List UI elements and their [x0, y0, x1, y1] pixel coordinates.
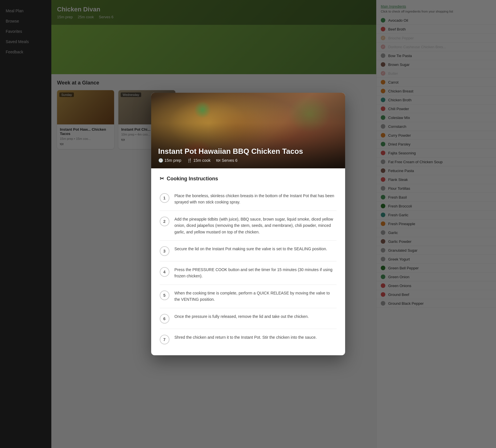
modal-recipe-meta: 🕐 15m prep 🍴 15m cook 🍽 Serves 6	[158, 158, 338, 163]
step-number: 2	[160, 217, 169, 226]
step-item: 1Place the boneless, skinless chicken br…	[160, 187, 337, 211]
step-number: 6	[160, 314, 169, 324]
step-text: Secure the lid on the Instant Pot making…	[175, 246, 337, 252]
modal-prep-time: 🕐 15m prep	[158, 158, 181, 163]
step-number: 4	[160, 267, 169, 277]
modal-serves: 🍽 Serves 6	[216, 158, 237, 163]
step-item: 6Once the pressure is fully released, re…	[160, 308, 337, 329]
step-number: 3	[160, 246, 169, 256]
step-item: 2Add the pineapple tidbits (with juice),…	[160, 211, 337, 241]
step-list: 1Place the boneless, skinless chicken br…	[160, 187, 337, 350]
step-text: Place the boneless, skinless chicken bre…	[175, 193, 337, 205]
cooking-instructions-header: ✂ Cooking Instructions	[160, 175, 337, 182]
step-item: 4Press the PRESSURE COOK button and set …	[160, 261, 337, 285]
fork-icon: 🍴	[187, 158, 192, 163]
recipe-modal: Instant Pot Hawaiian BBQ Chicken Tacos 🕐…	[151, 93, 345, 355]
clock-icon: 🕐	[158, 158, 163, 163]
step-text: Shred the chicken and return it to the I…	[175, 334, 337, 340]
modal-overlay[interactable]: Instant Pot Hawaiian BBQ Chicken Tacos 🕐…	[0, 0, 496, 448]
modal-body: ✂ Cooking Instructions 1Place the bonele…	[151, 168, 345, 355]
step-number: 5	[160, 290, 169, 300]
step-item: 3Secure the lid on the Instant Pot makin…	[160, 241, 337, 261]
step-number: 1	[160, 193, 169, 203]
plate-icon: 🍽	[216, 158, 220, 163]
modal-cook-time: 🍴 15m cook	[187, 158, 211, 163]
modal-hero-content: Instant Pot Hawaiian BBQ Chicken Tacos 🕐…	[158, 147, 338, 163]
modal-hero: Instant Pot Hawaiian BBQ Chicken Tacos 🕐…	[151, 93, 345, 168]
modal-recipe-title: Instant Pot Hawaiian BBQ Chicken Tacos	[158, 147, 338, 156]
step-text: Add the pineapple tidbits (with juice), …	[175, 216, 337, 235]
step-item: 7Shred the chicken and return it to the …	[160, 329, 337, 350]
cooking-instructions-title: Cooking Instructions	[167, 176, 218, 182]
step-item: 5When the cooking time is complete, perf…	[160, 285, 337, 308]
knife-icon: ✂	[160, 175, 164, 182]
step-text: Once the pressure is fully released, rem…	[175, 313, 337, 320]
step-text: When the cooking time is complete, perfo…	[175, 290, 337, 303]
step-number: 7	[160, 335, 169, 344]
step-text: Press the PRESSURE COOK button and set t…	[175, 267, 337, 279]
